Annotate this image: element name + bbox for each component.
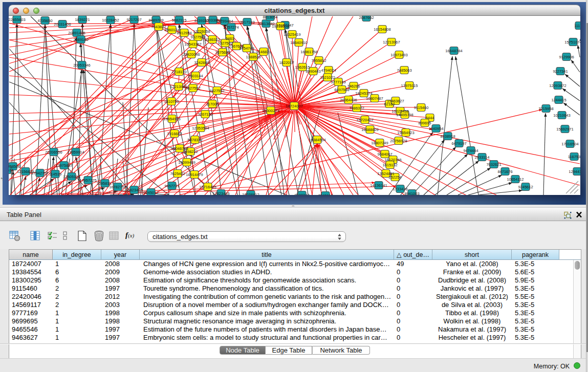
svg-text:9129906: 9129906 xyxy=(559,55,574,59)
svg-text:1822017: 1822017 xyxy=(279,60,294,65)
svg-text:8190342: 8190342 xyxy=(294,193,309,195)
svg-text:15720407: 15720407 xyxy=(356,118,373,122)
svg-text:3875685: 3875685 xyxy=(215,50,230,55)
svg-text:11175: 11175 xyxy=(574,24,580,28)
svg-text:8990443: 8990443 xyxy=(306,69,320,74)
svg-text:7632621: 7632621 xyxy=(486,162,501,167)
svg-text:20031406: 20031406 xyxy=(54,22,71,27)
svg-text:19218506: 19218506 xyxy=(272,24,289,29)
svg-text:9146821: 9146821 xyxy=(256,50,271,54)
svg-text:8489709: 8489709 xyxy=(148,18,163,23)
svg-text:7625402: 7625402 xyxy=(170,171,185,176)
svg-text:17016504: 17016504 xyxy=(561,142,578,146)
svg-text:20891406: 20891406 xyxy=(68,31,85,35)
svg-text:114519: 114519 xyxy=(49,172,61,177)
svg-text:5878332: 5878332 xyxy=(187,138,202,142)
svg-text:17359914: 17359914 xyxy=(67,150,84,155)
svg-text:15692971: 15692971 xyxy=(556,127,573,132)
svg-text:7485063: 7485063 xyxy=(397,68,411,73)
svg-text:12093872: 12093872 xyxy=(549,83,566,88)
svg-text:12353594: 12353594 xyxy=(192,126,209,130)
svg-text:19654923: 19654923 xyxy=(397,130,414,135)
svg-text:9327503: 9327503 xyxy=(190,35,205,39)
svg-text:18724007: 18724007 xyxy=(286,104,302,108)
svg-text:20364436: 20364436 xyxy=(340,98,357,102)
svg-text:12823485: 12823485 xyxy=(125,188,142,192)
svg-text:4735650: 4735650 xyxy=(37,18,52,23)
svg-text:3215958: 3215958 xyxy=(538,106,553,111)
svg-text:1244415: 1244415 xyxy=(551,98,566,102)
svg-text:1733426: 1733426 xyxy=(393,187,407,191)
svg-text:10543362: 10543362 xyxy=(184,42,201,47)
svg-text:6444: 6444 xyxy=(426,116,434,120)
svg-text:1810755: 1810755 xyxy=(164,99,179,104)
svg-text:10654112: 10654112 xyxy=(507,177,524,182)
svg-text:12823485: 12823485 xyxy=(212,191,229,195)
svg-text:1621022: 1621022 xyxy=(320,75,335,80)
svg-text:8471676: 8471676 xyxy=(497,169,512,174)
svg-text:2089140: 2089140 xyxy=(73,37,88,42)
svg-text:14495798: 14495798 xyxy=(396,113,413,117)
svg-text:9684067: 9684067 xyxy=(377,152,392,157)
svg-text:9245012: 9245012 xyxy=(143,190,158,195)
svg-text:9777169: 9777169 xyxy=(331,80,345,84)
svg-text:3242848: 3242848 xyxy=(194,60,209,65)
svg-text:391614: 391614 xyxy=(9,168,14,172)
svg-text:8941003: 8941003 xyxy=(404,191,419,195)
svg-text:1839221: 1839221 xyxy=(75,17,90,22)
svg-text:3498222: 3498222 xyxy=(183,149,198,154)
svg-text:2087662: 2087662 xyxy=(359,16,374,20)
svg-text:10807487: 10807487 xyxy=(366,96,383,101)
svg-text:3267130: 3267130 xyxy=(198,112,212,117)
svg-text:13226058: 13226058 xyxy=(193,29,210,34)
svg-text:10973493: 10973493 xyxy=(390,53,407,57)
svg-text:12944151: 12944151 xyxy=(569,169,580,174)
svg-text:2803144: 2803144 xyxy=(188,74,203,78)
svg-text:7955812: 7955812 xyxy=(311,58,326,63)
svg-text:19654985: 19654985 xyxy=(163,117,180,121)
svg-text:16961758: 16961758 xyxy=(300,50,317,54)
svg-text:2718170: 2718170 xyxy=(171,70,186,74)
svg-text:23420046: 23420046 xyxy=(183,52,200,57)
svg-text:18640910: 18640910 xyxy=(290,40,307,45)
svg-text:16099469: 16099469 xyxy=(178,160,195,165)
svg-text:20206556: 20206556 xyxy=(45,150,62,155)
svg-text:7357274: 7357274 xyxy=(224,25,238,30)
svg-text:7643822: 7643822 xyxy=(151,25,166,29)
svg-text:16120746: 16120746 xyxy=(384,158,401,162)
svg-text:9474444: 9474444 xyxy=(463,148,478,153)
svg-text:16782759: 16782759 xyxy=(109,185,126,189)
svg-text:17957225: 17957225 xyxy=(79,178,96,183)
svg-text:1640954: 1640954 xyxy=(428,126,443,131)
svg-text:16914479: 16914479 xyxy=(186,172,203,177)
svg-text:16038812: 16038812 xyxy=(242,192,259,195)
svg-text:22455603: 22455603 xyxy=(9,17,26,22)
svg-text:2933114: 2933114 xyxy=(475,155,490,160)
svg-text:20756928: 20756928 xyxy=(390,139,407,143)
svg-text:5461: 5461 xyxy=(226,36,234,41)
svg-text:18807249: 18807249 xyxy=(371,141,388,145)
svg-text:12213967: 12213967 xyxy=(383,40,400,45)
svg-text:8813054: 8813054 xyxy=(263,16,277,19)
svg-text:15716485: 15716485 xyxy=(199,185,216,189)
svg-text:899695: 899695 xyxy=(418,121,431,125)
svg-text:7345112: 7345112 xyxy=(318,193,333,195)
svg-text:19384554: 19384554 xyxy=(309,138,325,142)
svg-text:10228452: 10228452 xyxy=(102,18,119,23)
svg-text:116753: 116753 xyxy=(568,155,580,159)
svg-text:1388520: 1388520 xyxy=(246,55,260,59)
svg-text:117006: 117006 xyxy=(206,102,219,106)
svg-text:9115460: 9115460 xyxy=(414,105,429,110)
svg-text:6497568: 6497568 xyxy=(334,87,349,92)
svg-text:3917183: 3917183 xyxy=(239,20,254,25)
svg-text:9627552: 9627552 xyxy=(185,86,200,91)
svg-text:14136141: 14136141 xyxy=(370,183,387,188)
svg-text:9217207: 9217207 xyxy=(126,17,141,22)
svg-text:8938918: 8938918 xyxy=(440,134,455,139)
svg-text:17975115: 17975115 xyxy=(401,83,418,88)
svg-text:16648784: 16648784 xyxy=(445,49,462,53)
svg-text:5682115: 5682115 xyxy=(172,18,187,23)
svg-text:4794024: 4794024 xyxy=(321,68,336,73)
svg-text:1916682: 1916682 xyxy=(167,132,182,136)
svg-text:15300273: 15300273 xyxy=(262,108,279,113)
